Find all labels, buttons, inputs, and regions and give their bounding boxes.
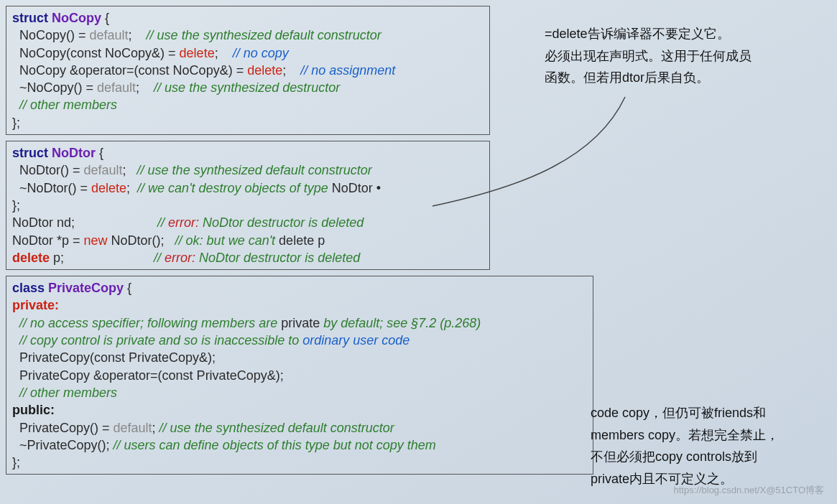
comment: // use the synthesized default construct… (159, 421, 394, 435)
code-line: struct NoCopy { (12, 9, 484, 27)
brace: { (101, 11, 109, 25)
code: ~NoCopy() = (12, 80, 97, 95)
class-name: PrivateCopy (48, 281, 124, 295)
comment: // we can't destroy objects of type (137, 181, 328, 195)
code: NoCopy() = (12, 28, 90, 42)
kw-struct: struct (12, 146, 52, 160)
kw-default: default (84, 163, 123, 177)
comment: // other members (12, 96, 484, 113)
comment: // use the synthesized default construct… (147, 28, 381, 42)
kw-default: default (114, 421, 152, 435)
comment: // (75, 215, 168, 230)
code: NoDtor(); (108, 233, 175, 248)
comment: // (64, 251, 165, 265)
comment: // use the synthesized default construct… (137, 163, 372, 177)
code-line: struct NoDtor { (12, 144, 484, 162)
code-line: class PrivateCopy { (12, 279, 587, 297)
comment: // no assignment (300, 63, 395, 78)
code-line: NoDtor nd; // error: NoDtor destructor i… (12, 214, 484, 231)
code: NoCopy(const NoCopy&) = (12, 46, 180, 60)
kw-new: new (84, 233, 108, 248)
code-line: NoCopy() = default; // use the synthesiz… (12, 27, 484, 44)
kw-public: public: (12, 401, 587, 419)
comment: // use the synthesized destructor (154, 80, 340, 95)
code: NoDtor() = (12, 163, 84, 177)
code: ; (123, 163, 137, 177)
brace: }; (12, 454, 587, 471)
watermark: https://blog.csdn.net/X@51CTO博客 (674, 484, 825, 497)
code-line: NoCopy(const NoCopy&) = delete; // no co… (12, 45, 484, 62)
brace: }; (12, 197, 484, 214)
kw-delete: delete (91, 181, 126, 195)
brace: }; (12, 114, 484, 131)
code: ; (152, 421, 159, 435)
code: PrivateCopy() = (12, 421, 114, 435)
error: error: (165, 251, 199, 265)
note-line: 必须出现在声明式。这用于任何成员 (545, 45, 818, 67)
code: NoDtor • (328, 181, 381, 195)
kw-default: default (90, 28, 129, 42)
note-line: members copy。若想完全禁止， (591, 424, 828, 447)
code-box-nocopy: struct NoCopy { NoCopy() = default; // u… (6, 6, 490, 135)
comment: by default; see §7.2 (p.268) (323, 316, 481, 330)
code: NoDtor *p = (12, 233, 84, 248)
note-line: code copy，但仍可被friends和 (591, 402, 828, 424)
comment: NoDtor destructor is deleted (199, 251, 360, 265)
code: ; (215, 46, 233, 60)
note-line: 函数。但若用dtor后果自负。 (545, 67, 818, 89)
code: private (277, 316, 323, 330)
code: ; (126, 181, 137, 195)
code: PrivateCopy &operator=(const PrivateCopy… (12, 367, 587, 384)
code-line: ~PrivateCopy(); // users can define obje… (12, 437, 587, 454)
error: error: (168, 215, 203, 230)
code-box-nodtor: struct NoDtor { NoDtor() = default; // u… (6, 141, 490, 270)
code: NoCopy &operator=(const NoCopy&) = (12, 63, 247, 78)
note-line: =delete告诉编译器不要定义它。 (545, 23, 818, 45)
code-line: // no access specifier; following member… (12, 314, 587, 332)
kw-class: class (12, 281, 48, 295)
kw-delete: delete (247, 63, 282, 78)
note-line: 不但必须把copy controls放到 (591, 446, 828, 468)
kw-private: private: (12, 297, 587, 314)
annotation-bottom: code copy，但仍可被friends和 members copy。若想完全… (591, 402, 828, 490)
kw-default: default (97, 80, 136, 95)
comment: // no access specifier; following member… (12, 316, 277, 330)
code-line: // copy control is private and so is ina… (12, 332, 587, 349)
comment: // users can define objects of this type… (114, 438, 436, 452)
struct-name: NoDtor (52, 146, 96, 160)
kw-delete: delete (180, 46, 215, 60)
code: ~PrivateCopy(); (12, 438, 114, 452)
comment: ordinary user code (299, 333, 410, 347)
code-line: ~NoCopy() = default; // use the synthesi… (12, 79, 484, 96)
struct-name: NoCopy (52, 11, 101, 25)
comment: // other members (12, 384, 587, 401)
code: ; (129, 28, 147, 42)
brace: { (124, 281, 131, 295)
code: p; (50, 251, 64, 265)
code-line: NoDtor() = default; // use the synthesiz… (12, 162, 484, 179)
code-line: NoDtor *p = new NoDtor(); // ok: but we … (12, 232, 484, 249)
annotation-top: =delete告诉编译器不要定义它。 必须出现在声明式。这用于任何成员 函数。但… (545, 23, 818, 89)
code: NoDtor nd; (12, 215, 75, 230)
code: ; (282, 63, 300, 78)
code-line: NoCopy &operator=(const NoCopy&) = delet… (12, 62, 484, 79)
kw-struct: struct (12, 11, 52, 25)
code-line: PrivateCopy() = default; // use the synt… (12, 419, 587, 437)
comment: // ok: but we can't (175, 233, 276, 248)
comment: // copy control is private and so is ina… (12, 333, 299, 347)
code-line: ~NoDtor() = delete; // we can't destroy … (12, 179, 484, 197)
brace: { (96, 146, 103, 160)
code-box-privatecopy: class PrivateCopy { private: // no acces… (6, 276, 593, 475)
code-line: delete p; // error: NoDtor destructor is… (12, 249, 484, 266)
kw-delete: delete (12, 251, 50, 265)
code: delete p (275, 233, 325, 248)
comment: // no copy (233, 46, 289, 60)
code: ; (136, 80, 154, 95)
code: PrivateCopy(const PrivateCopy&); (12, 349, 587, 366)
comment: NoDtor destructor is deleted (203, 215, 364, 230)
code: ~NoDtor() = (12, 181, 91, 195)
